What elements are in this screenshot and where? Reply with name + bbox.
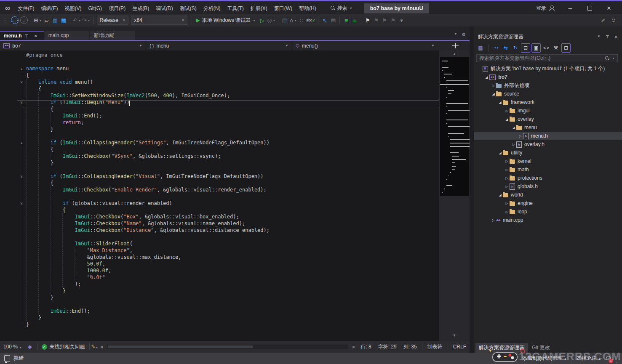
- code-line[interactable]: {: [0, 85, 439, 92]
- minimize-button[interactable]: ─: [561, 2, 580, 15]
- start-debugging-button[interactable]: ▶ 本地 Windows 调试器 ▼: [196, 17, 256, 24]
- code-line[interactable]: [0, 58, 439, 65]
- fold-chevron-icon[interactable]: ∨: [19, 79, 24, 85]
- tree-item-source[interactable]: ◢source: [474, 90, 622, 98]
- save-icon[interactable]: ▥: [51, 16, 59, 25]
- tab-新增功能[interactable]: 新增功能: [90, 31, 135, 40]
- gripper-icon[interactable]: ⋮: [2, 16, 10, 25]
- maximize-button[interactable]: [580, 2, 599, 15]
- code-line[interactable]: ImGui::Checkbox("Enable Render", &global…: [0, 186, 439, 193]
- menu-item[interactable]: 窗口(W): [271, 2, 296, 15]
- menu-item[interactable]: 文件(F): [14, 2, 37, 15]
- expanded-arrow-icon[interactable]: ◢: [491, 92, 496, 96]
- comment-icon[interactable]: ▤: [329, 16, 337, 25]
- navigate-back-icon[interactable]: ←▼: [11, 16, 19, 24]
- attach-process-icon[interactable]: ◎▼: [267, 16, 275, 25]
- split-window-icon[interactable]: [452, 43, 459, 48]
- navbar-type-dropdown[interactable]: { } menu ▼: [146, 41, 292, 50]
- close-button[interactable]: ✕: [599, 2, 619, 15]
- code-line[interactable]: }: [0, 287, 439, 294]
- tree-item-解决方案 'bo7 base by m4nuuU' (1 个项目, 共 1 个)[interactable]: 解决方案 'bo7 base by m4nuuU' (1 个项目, 共 1 个): [474, 64, 622, 73]
- pin-icon[interactable]: ⊤: [606, 35, 609, 39]
- code-line[interactable]: ∨ if (ImGui::CollapsingHeader("Settings"…: [0, 139, 439, 146]
- code-line[interactable]: [0, 193, 439, 200]
- code-line[interactable]: }: [0, 159, 439, 166]
- code-line[interactable]: ImGui::SetNextWindowSize(ImVec2(500, 400…: [0, 92, 439, 99]
- find-in-files-icon[interactable]: ◫: [281, 16, 288, 25]
- code-line[interactable]: }: [0, 321, 439, 328]
- redo-icon[interactable]: ↷▼: [82, 16, 91, 25]
- code-line[interactable]: );: [0, 281, 439, 287]
- sign-in-button[interactable]: 登录: [536, 5, 555, 12]
- open-file-icon[interactable]: ▱: [43, 16, 51, 25]
- tree-item-main.cpp[interactable]: ▷++main.cpp: [474, 216, 622, 224]
- tab-main.cpp[interactable]: main.cpp: [45, 31, 89, 40]
- code-line[interactable]: [0, 301, 439, 308]
- scroll-down-icon[interactable]: ▼: [439, 333, 470, 337]
- start-without-debugging-icon[interactable]: ▷: [259, 16, 266, 25]
- tree-item-overlay[interactable]: ◢overlay: [474, 115, 622, 123]
- collapsed-arrow-icon[interactable]: ▷: [504, 210, 510, 214]
- tab-menu.h[interactable]: menu.h⊤✕: [0, 31, 44, 40]
- tree-item-imgui[interactable]: ▷imgui: [474, 106, 622, 115]
- hscroll-right-icon[interactable]: ▶: [351, 345, 357, 349]
- code-line[interactable]: ImGui::Checkbox("Box", &globals::visual:…: [0, 213, 439, 220]
- titlebar-search[interactable]: 搜索 ▼: [331, 5, 352, 12]
- code-line[interactable]: ∨namespace menu: [0, 65, 439, 72]
- tree-item-protections[interactable]: ▷protections: [474, 174, 622, 182]
- code-line[interactable]: 1000.0f,: [0, 267, 439, 274]
- panel-close-icon[interactable]: ✕: [614, 35, 618, 39]
- spell-check-icon[interactable]: abc✓: [306, 16, 315, 25]
- code-line[interactable]: [0, 234, 439, 240]
- code-line[interactable]: [0, 133, 439, 139]
- navigate-home-icon[interactable]: ⌂▼: [289, 16, 297, 25]
- panel-dropdown-icon[interactable]: ▼: [597, 35, 601, 39]
- collapsed-arrow-icon[interactable]: ▷: [511, 143, 516, 146]
- view-code-icon[interactable]: <>: [542, 44, 550, 52]
- menu-item[interactable]: 生成(B): [129, 2, 152, 15]
- close-tab-icon[interactable]: ✕: [34, 34, 37, 38]
- tree-item-overlay.h[interactable]: ▷hoverlay.h: [474, 140, 622, 149]
- scroll-up-icon[interactable]: ▲: [439, 52, 470, 56]
- refresh-icon[interactable]: ↻: [511, 44, 520, 52]
- collapsed-arrow-icon[interactable]: ▷: [504, 159, 510, 163]
- tree-item-utility[interactable]: ◢utility: [474, 149, 622, 157]
- code-line[interactable]: return;: [0, 119, 439, 126]
- code-line[interactable]: {: [0, 180, 439, 186]
- pending-changes-filter-icon[interactable]: ◔▼: [492, 44, 500, 52]
- save-all-icon[interactable]: ▦: [60, 16, 67, 25]
- code-line[interactable]: {: [0, 72, 439, 79]
- collapsed-arrow-icon[interactable]: ▷: [504, 168, 510, 172]
- collapsed-arrow-icon[interactable]: ▷: [504, 176, 510, 180]
- properties-icon[interactable]: ⚒: [552, 44, 560, 52]
- expanded-arrow-icon[interactable]: ◢: [497, 193, 503, 197]
- tree-item-kernel[interactable]: ▷kernel: [474, 157, 622, 165]
- menu-item[interactable]: 工具(T): [224, 2, 247, 15]
- expanded-arrow-icon[interactable]: ◢: [484, 75, 489, 79]
- minimap[interactable]: [440, 57, 469, 196]
- fold-chevron-icon[interactable]: ∨: [19, 65, 24, 72]
- code-line[interactable]: ImGui::Checkbox("Name", &globals::visual…: [0, 220, 439, 227]
- navbar-member-dropdown[interactable]: ⬡ menu() ▼: [292, 41, 438, 50]
- bookmark-prev-icon[interactable]: ⚑: [372, 16, 380, 25]
- navbar-project-dropdown[interactable]: ++ bo7 ▼: [0, 41, 146, 50]
- tree-item-menu[interactable]: ◢menu: [474, 123, 622, 132]
- add-to-source-control-button[interactable]: 添加到源代码管理▲: [522, 355, 567, 362]
- health-indicator-icon[interactable]: ◆: [28, 344, 32, 350]
- collapsed-arrow-icon[interactable]: ▷: [504, 185, 510, 189]
- cursor-character[interactable]: 字符: 29: [375, 343, 400, 351]
- code-line[interactable]: ImGui::Checkbox("VSync", &globals::setti…: [0, 153, 439, 159]
- tree-item-loop[interactable]: ▷loop: [474, 207, 622, 216]
- toolbar-overflow-icon[interactable]: ▾: [398, 16, 405, 25]
- code-line[interactable]: "%.0f": [0, 274, 439, 281]
- code-line[interactable]: }: [0, 126, 439, 133]
- menu-item[interactable]: 编辑(E): [37, 2, 61, 15]
- collapsed-arrow-icon[interactable]: ▷: [518, 134, 523, 138]
- code-line[interactable]: ImGui::End();: [0, 112, 439, 119]
- panel-tab-解决方案资源管理器[interactable]: 解决方案资源管理器: [475, 343, 528, 353]
- menu-item[interactable]: 视图(V): [61, 2, 85, 15]
- code-cleanup-icon[interactable]: ✎▼: [91, 344, 99, 350]
- collapsed-arrow-icon[interactable]: ▷: [491, 218, 496, 222]
- tree-item-bo7[interactable]: ◢++bo7: [474, 73, 622, 81]
- bookmark-clear-icon[interactable]: ⚑: [389, 16, 397, 25]
